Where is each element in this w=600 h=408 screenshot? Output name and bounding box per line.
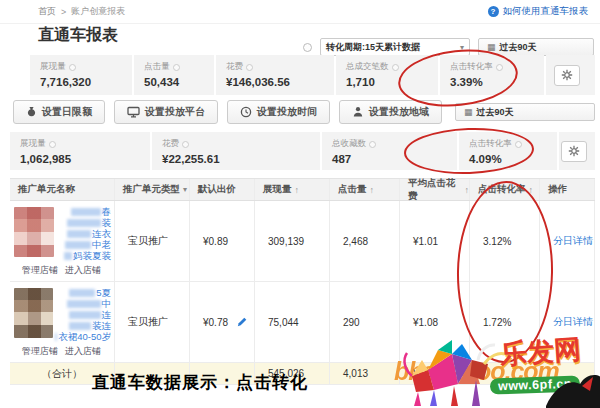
stat-favorites: 总收藏数 487 [322,132,457,170]
person-icon [352,106,364,118]
stat-value: 50,434 [144,76,214,88]
conversion-cycle-select[interactable]: 转化周期:15天累计数据 ▾ [320,38,470,56]
unit-name-cell: 5夏 中 连 装连 衣裙40-50岁 管理店铺 进入店铺 [10,282,115,362]
stat-label: 点击转化率 [450,61,493,73]
conversion-cell: 3.12% [470,201,540,281]
header-label: 默认出价 [198,183,236,196]
stat-click-conversion: 点击转化率 3.39% [440,55,544,95]
set-platform-button[interactable]: 设置投放平台 [114,100,218,124]
gear-icon [568,145,580,157]
info-icon[interactable] [392,64,399,71]
enter-store-link[interactable]: 进入店铺 [65,264,101,277]
info-icon[interactable] [182,141,189,148]
daily-detail-link[interactable]: 分日详情 [553,315,593,329]
info-icon[interactable] [173,64,180,71]
page-title: 直通车报表 [38,25,118,46]
zhitongche-report-page: 首页 > 账户创意报表 ? 如何使用直通车报表 直通车报表 转化周期:15天累计… [0,0,600,408]
stat-value: 3.39% [450,76,544,88]
sort-icon: ↑ [370,185,375,195]
col-header-click-conversion[interactable]: 点击转化率↑ [470,179,540,200]
info-icon[interactable] [69,64,76,71]
date-range-label: 过去90天 [500,41,537,54]
settings-gear-button[interactable] [561,141,587,162]
stat-label: 总收藏数 [332,138,366,150]
date-range-button-top[interactable]: ▦ 过去90天 [478,38,594,56]
set-daily-budget-button[interactable]: 设置日限额 [13,100,105,124]
title-fragment: 5夏 [96,288,111,298]
stat-cost: 花费 ¥146,036.56 [216,55,334,95]
chevron-down-icon: ▾ [460,43,464,52]
summary-panel-top: 展现量 7,716,320 点击量 50,434 花费 ¥146,036.56 … [30,55,595,95]
info-icon[interactable] [369,141,376,148]
title-fragment: 装 [102,218,112,228]
radio-icon[interactable] [303,43,312,52]
product-thumbnail[interactable] [14,207,54,257]
sort-icon: ↑ [295,185,300,195]
daily-detail-link[interactable]: 分日详情 [553,234,593,248]
stat-value: ¥146,036.56 [226,76,334,88]
info-icon[interactable] [515,141,522,148]
settings-gear-button[interactable] [554,65,580,86]
enter-store-link[interactable]: 进入店铺 [65,345,101,358]
col-header-default-bid[interactable]: 默认出价 [190,179,255,200]
breadcrumb-home[interactable]: 首页 [38,5,56,18]
gear-icon [561,69,573,81]
col-header-clicks[interactable]: 点击量↑ [330,179,400,200]
date-range-label: 过去90天 [477,106,514,119]
stat-value: 7,716,320 [40,76,132,88]
default-bid-cell: ¥0.89 [190,201,255,281]
header-label: 推广单元名称 [18,183,75,196]
info-icon[interactable] [246,64,253,71]
product-thumbnail[interactable] [14,288,53,338]
title-fragment: 连 [102,310,112,320]
stat-value: 4.09% [469,153,557,165]
monitor-icon [127,106,140,118]
set-region-button[interactable]: 设置投放地域 [339,100,442,124]
col-header-actions: 操作 [540,179,595,200]
col-header-avg-click-cost[interactable]: 平均点击花费↑ [400,179,470,200]
caret-down-icon: ▾ [183,185,187,194]
edit-pencil-icon[interactable] [237,317,247,327]
stat-value: ¥22,255.61 [162,153,320,165]
summary-panel-bottom: 展现量 1,062,985 花费 ¥22,255.61 总收藏数 487 点击转… [10,132,595,170]
product-title-link[interactable]: 5夏 中 连 装连 衣裙40-50岁 [55,286,111,342]
set-schedule-button[interactable]: 设置投放时间 [227,100,330,124]
header-label: 点击量 [338,183,367,196]
info-icon[interactable] [496,64,503,71]
table-header-row: 推广单元名称 推广单元类型▾ 默认出价 展现量↑ 点击量↑ 平均点击花费↑ 点击… [10,179,595,201]
watermark-site-name: 乐发网 [499,331,582,373]
sort-icon: ↑ [529,185,534,195]
date-range-button-bottom[interactable]: ▦ 过去90天 [455,103,595,121]
stat-click-conversion: 点击转化率 4.09% [459,132,557,170]
stat-label: 点击量 [144,61,170,73]
header-label: 推广单元类型 [123,183,180,196]
calendar-icon: ▦ [464,108,473,117]
stat-impressions: 展现量 7,716,320 [30,55,132,95]
stat-total-deals: 总成交笔数 1,710 [336,55,438,95]
title-fragment: 衣裙40-50岁 [58,332,111,342]
button-label: 设置投放地域 [369,105,429,119]
help-link[interactable]: ? 如何使用直通车报表 [488,5,589,18]
stat-impressions: 展现量 1,062,985 [10,132,150,170]
button-label: 设置投放平台 [145,105,205,119]
col-header-impressions[interactable]: 展现量↑ [255,179,330,200]
product-title-link[interactable]: 春 装 连衣 中老 妈装夏装 [56,205,111,261]
col-header-unit-type[interactable]: 推广单元类型▾ [115,179,190,200]
money-bag-icon [26,106,37,118]
breadcrumb-separator: > [61,7,66,17]
title-fragment: 中 [102,299,112,309]
actions-cell: 分日详情 [540,201,595,281]
button-label: 设置日限额 [42,105,92,119]
info-icon[interactable] [49,141,56,148]
stat-value: 487 [332,153,457,165]
clicks-cell: 290 [330,282,400,362]
unit-type-cell: 宝贝推广 [115,282,190,362]
gear-cell [546,55,595,95]
breadcrumb: 首页 > 账户创意报表 [38,5,125,18]
manage-store-link[interactable]: 管理店铺 [22,264,58,277]
col-header-unit-name[interactable]: 推广单元名称 [10,179,115,200]
stat-label: 总成交笔数 [346,61,389,73]
total-clicks: 4,013 [330,363,400,384]
bid-value: ¥0.78 [203,317,228,328]
manage-store-link[interactable]: 管理店铺 [22,345,58,358]
